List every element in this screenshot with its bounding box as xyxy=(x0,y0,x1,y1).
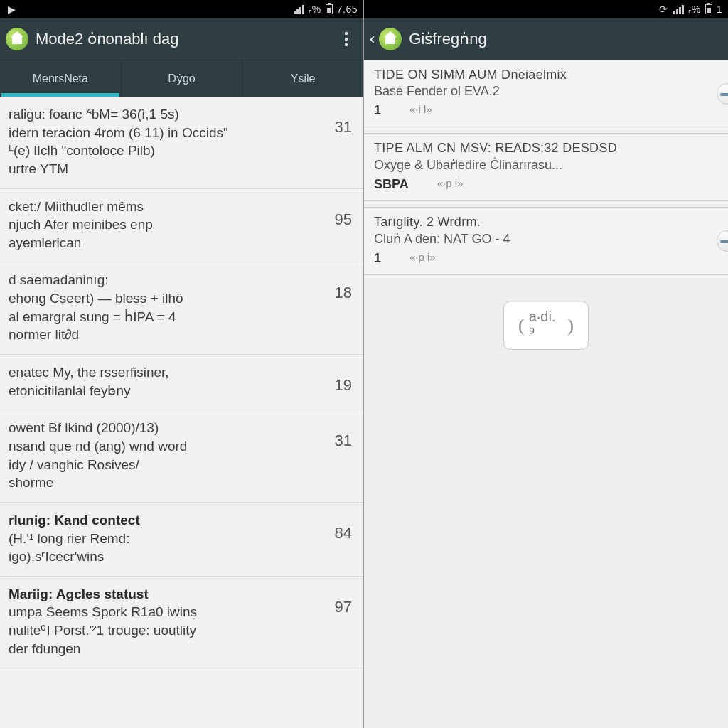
action-bar: ‹ Giṡfregṅng xyxy=(364,18,728,60)
phone-left: ▶ ᵣ% 7.65 Mode2 ȯnonablı dag MenrsNeta D… xyxy=(0,0,364,728)
app-icon[interactable] xyxy=(379,28,402,50)
list-item-count: 97 xyxy=(328,585,352,616)
back-button[interactable]: ‹ xyxy=(370,30,375,48)
list-item[interactable]: raligu: foanc ᴬbM= 36(ì,1 5s)idern terac… xyxy=(0,97,363,189)
list-item-line: d saemadaninıg: xyxy=(9,271,318,289)
list-item-line: ᴸ(e) lIclh "contoloce Pilb) xyxy=(9,141,318,160)
footer-chip-label: a·di. ⁹ xyxy=(529,309,564,342)
list-item-line: enatec My, the rsserfisiner, xyxy=(9,363,318,382)
list-item-text: raligu: foanc ᴬbM= 36(ì,1 5s)idern terac… xyxy=(9,105,318,178)
footer-chip[interactable]: (a·di. ⁹) xyxy=(503,301,589,350)
card-subtitle: Cluṅ A den: NAT GO - 4 xyxy=(374,231,718,247)
app-icon[interactable] xyxy=(6,28,28,50)
phone-right: ⟳ ᵣ% 1 ‹ Giṡfregṅng TIDE ON SIMM AUM Dne… xyxy=(364,0,728,728)
action-bar: Mode2 ȯnonablı dag xyxy=(0,18,363,60)
play-icon: ▶ xyxy=(6,4,17,15)
status-time: 7.65 xyxy=(337,4,358,15)
card-meta-row: 1«·p i» xyxy=(374,248,718,266)
card[interactable]: Tarıglity. 2 Wrdrm.Cluṅ A den: NAT GO - … xyxy=(364,207,728,275)
list-item-count: 95 xyxy=(328,198,352,229)
card-meta: «·p i» xyxy=(410,251,436,263)
list-item-line: ehong Cseert) — bless + ilhö xyxy=(9,289,318,308)
list-item-line: njuch Afer meinibes enp xyxy=(9,215,318,234)
list-item[interactable]: rlunig: Kand contect(H.'¹ long rier Remd… xyxy=(0,503,363,577)
list-item-line: rlunig: Kand contect xyxy=(9,511,318,530)
status-bar: ⟳ ᵣ% 1 xyxy=(364,0,728,18)
list-item[interactable]: d saemadaninıg:ehong Cseert) — bless + i… xyxy=(0,262,363,355)
list-item-line: der fdungen xyxy=(9,640,318,658)
list-item-text: Mariig: Agcles statustumpa Seems Spork R… xyxy=(9,585,318,658)
screen-title: Mode2 ȯnonablı dag xyxy=(36,30,328,48)
status-pct: ᵣ% xyxy=(309,4,321,15)
card-title: Tarıglity. 2 Wrdrm. xyxy=(374,215,718,230)
list-item-line: nulite⁰I Porst.'²1 trouge: uoutlity xyxy=(9,621,318,640)
card-tag: 1 xyxy=(374,103,381,118)
card-meta: «·p i» xyxy=(437,177,464,189)
list-item-line: idy / vanghic Rosives/ xyxy=(9,456,318,474)
minus-pill-icon[interactable] xyxy=(717,230,728,252)
home-icon xyxy=(385,37,395,44)
list-item-line: nsand que nd (ang) wnd word xyxy=(9,437,318,456)
list[interactable]: raligu: foanc ᴬbM= 36(ì,1 5s)idern terac… xyxy=(0,97,363,728)
status-time: 1 xyxy=(717,4,722,15)
list-item-line: owent Bf lkind (2000)/13) xyxy=(9,419,318,437)
list-item-count: 84 xyxy=(328,511,352,542)
battery-icon xyxy=(326,4,333,14)
card-subtitle: Oxyge & Ubaṙledire Ċlinarırasu... xyxy=(374,157,718,173)
card-list[interactable]: TIDE ON SIMM AUM DneiaelmixBase Fender o… xyxy=(364,60,728,728)
card-meta: «·i l» xyxy=(410,103,432,115)
tab-label: Ysile xyxy=(291,73,316,85)
sync-icon: ⟳ xyxy=(658,4,669,15)
list-item[interactable]: cket:/ Miithudler mêmsnjuch Afer meinibe… xyxy=(0,189,363,263)
list-item[interactable]: Mariig: Agcles statustumpa Seems Spork R… xyxy=(0,577,363,669)
list-item-count: 31 xyxy=(328,419,352,450)
list-item-line: shorme xyxy=(9,473,318,492)
list-item-line: etonicitilanlal feyb̵ny xyxy=(9,382,318,400)
status-pct: ᵣ% xyxy=(688,4,700,15)
list-item-line: normer lit∂d xyxy=(9,326,318,344)
card-subtitle: Base Fender ol EVA.2 xyxy=(374,84,718,99)
tab-bar: MenrsNeta Dẏgo Ysile xyxy=(0,60,363,97)
tab-ysile[interactable]: Ysile xyxy=(242,60,363,97)
list-item-text: cket:/ Miithudler mêmsnjuch Afer meinibe… xyxy=(9,198,318,252)
list-item-line: Mariig: Agcles statust xyxy=(9,585,318,604)
list-item-line: igo),sʳIcecr'wins xyxy=(9,547,318,566)
list-item-line: urtre YTM xyxy=(9,160,318,178)
list-item-text: enatec My, the rsserfisiner,etonicitilan… xyxy=(9,363,318,400)
tab-label: MenrsNeta xyxy=(33,73,88,85)
card-tag: SBPA xyxy=(374,177,409,192)
card-meta-row: 1«·i l» xyxy=(374,100,718,118)
tab-menrsneta[interactable]: MenrsNeta xyxy=(0,60,121,97)
card-title: TIPE ALM CN MSV: READS:32 DESDSD xyxy=(374,141,718,156)
list-item-line: umpa Seems Spork R1a0 iwins xyxy=(9,603,318,621)
list-item-line: idern teracion 4rom (6 11) in Occids" xyxy=(9,124,318,142)
minus-pill-icon[interactable] xyxy=(717,83,728,105)
list-item-text: rlunig: Kand contect(H.'¹ long rier Remd… xyxy=(9,511,318,566)
signal-icon xyxy=(294,4,304,14)
tab-dygo[interactable]: Dẏgo xyxy=(121,60,242,97)
list-item[interactable]: enatec My, the rsserfisiner,etonicitilan… xyxy=(0,355,363,410)
tab-label: Dẏgo xyxy=(168,72,195,85)
list-item-line: (H.'¹ long rier Remd: xyxy=(9,530,318,548)
list-item-line: cket:/ Miithudler mêms xyxy=(9,198,318,216)
card[interactable]: TIPE ALM CN MSV: READS:32 DESDSDOxyge & … xyxy=(364,133,728,201)
list-item-count: 18 xyxy=(328,271,352,302)
status-bar: ▶ ᵣ% 7.65 xyxy=(0,0,363,18)
list-item-line: ayemlerican xyxy=(9,234,318,252)
list-item[interactable]: owent Bf lkind (2000)/13)nsand que nd (a… xyxy=(0,410,363,503)
paren-left-icon: ( xyxy=(514,315,529,336)
signal-icon xyxy=(673,4,684,14)
list-item-line: al emargral sung = ḣIPA = 4 xyxy=(9,308,318,326)
battery-icon xyxy=(705,4,712,14)
list-item-count: 19 xyxy=(328,363,352,395)
list-item-text: owent Bf lkind (2000)/13)nsand que nd (a… xyxy=(9,419,318,492)
card-meta-row: SBPA«·p i» xyxy=(374,174,718,192)
card[interactable]: TIDE ON SIMM AUM DneiaelmixBase Fender o… xyxy=(364,60,728,127)
card-tag: 1 xyxy=(374,251,381,266)
list-item-count: 31 xyxy=(328,105,352,136)
home-icon xyxy=(12,37,22,44)
overflow-menu-button[interactable] xyxy=(335,25,358,53)
paren-right-icon: ) xyxy=(563,315,578,336)
list-item-line: raligu: foanc ᴬbM= 36(ì,1 5s) xyxy=(9,105,318,124)
list-item-text: d saemadaninıg:ehong Cseert) — bless + i… xyxy=(9,271,318,344)
